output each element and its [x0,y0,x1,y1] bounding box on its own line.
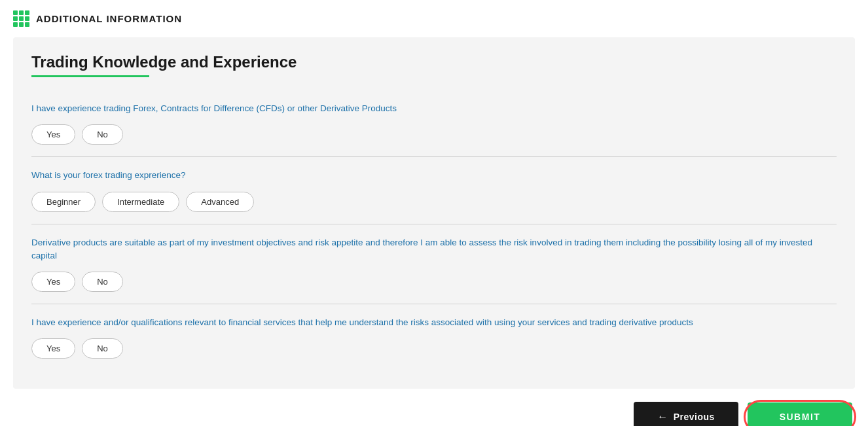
question-section-3: Derivative products are suitable as part… [31,224,837,305]
q1-yes-button[interactable]: Yes [31,124,75,145]
btn-group-3: Yes No [31,272,837,292]
grid-icon [13,10,29,27]
q4-no-button[interactable]: No [82,338,123,359]
btn-group-2: Beginner Intermediate Advanced [31,192,837,212]
previous-label: Previous [674,412,715,422]
question-text-4: I have experience and/or qualifications … [31,316,837,329]
page-wrapper: ADDITIONAL INFORMATION Trading Knowledge… [0,0,868,426]
q2-advanced-button[interactable]: Advanced [186,192,254,212]
question-text-2: What is your forex trading exprerience? [31,169,837,182]
q1-no-button[interactable]: No [82,124,123,145]
question-section-1: I have experience trading Forex, Contrac… [31,90,837,157]
question-section-2: What is your forex trading exprerience? … [31,157,837,224]
submit-button-wrapper: SUBMIT [748,402,852,426]
footer-actions: ← Previous SUBMIT [13,402,855,426]
page-header: ADDITIONAL INFORMATION [13,10,855,27]
previous-button[interactable]: ← Previous [634,402,738,426]
arrow-left-icon: ← [657,411,668,423]
btn-group-4: Yes No [31,338,837,359]
card-heading: Trading Knowledge and Experience [31,53,837,71]
main-card: Trading Knowledge and Experience I have … [13,37,855,389]
page-title: ADDITIONAL INFORMATION [36,13,182,24]
question-text-1: I have experience trading Forex, Contrac… [31,102,837,115]
q2-intermediate-button[interactable]: Intermediate [102,192,179,212]
btn-group-1: Yes No [31,124,837,145]
q3-no-button[interactable]: No [82,272,123,292]
q2-beginner-button[interactable]: Beginner [31,192,96,212]
question-section-4: I have experience and/or qualifications … [31,304,837,370]
heading-underline [31,75,149,77]
q4-yes-button[interactable]: Yes [31,338,75,359]
q3-yes-button[interactable]: Yes [31,272,75,292]
submit-button[interactable]: SUBMIT [748,402,852,426]
question-text-3: Derivative products are suitable as part… [31,236,837,263]
